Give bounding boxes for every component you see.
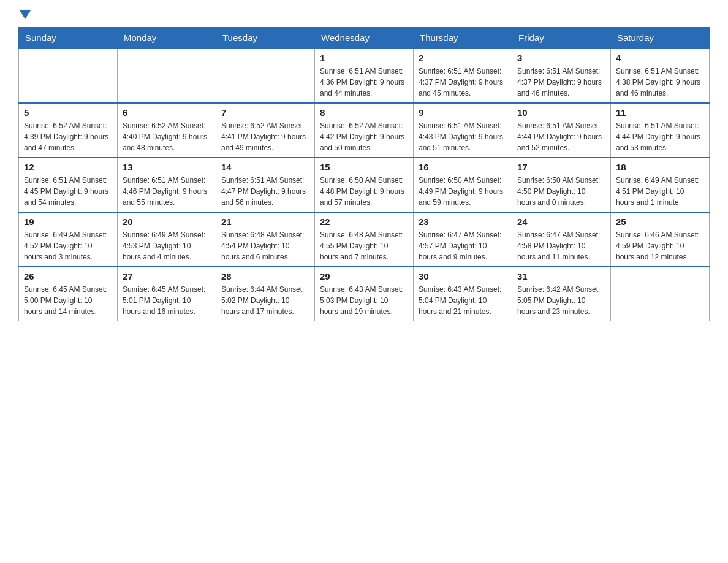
day-number: 30 [419, 271, 507, 282]
calendar-cell: 8Sunrise: 6:52 AM Sunset: 4:42 PM Daylig… [315, 103, 414, 158]
day-info: Sunrise: 6:52 AM Sunset: 4:39 PM Dayligh… [24, 120, 112, 153]
calendar-cell: 1Sunrise: 6:51 AM Sunset: 4:36 PM Daylig… [315, 48, 414, 103]
day-number: 19 [24, 216, 112, 227]
calendar-cell [216, 48, 315, 103]
day-info: Sunrise: 6:52 AM Sunset: 4:42 PM Dayligh… [320, 120, 408, 153]
day-info: Sunrise: 6:49 AM Sunset: 4:53 PM Dayligh… [123, 229, 211, 262]
day-number: 18 [616, 162, 704, 172]
calendar-header-sunday: Sunday [19, 28, 118, 49]
calendar-cell: 16Sunrise: 6:50 AM Sunset: 4:49 PM Dayli… [414, 158, 512, 212]
day-number: 25 [616, 216, 704, 227]
day-info: Sunrise: 6:51 AM Sunset: 4:46 PM Dayligh… [123, 175, 211, 208]
calendar-cell: 25Sunrise: 6:46 AM Sunset: 4:59 PM Dayli… [611, 212, 710, 267]
calendar-cell: 11Sunrise: 6:51 AM Sunset: 4:44 PM Dayli… [611, 103, 710, 158]
day-info: Sunrise: 6:52 AM Sunset: 4:40 PM Dayligh… [123, 120, 211, 153]
day-number: 22 [320, 216, 408, 227]
calendar-cell: 6Sunrise: 6:52 AM Sunset: 4:40 PM Daylig… [118, 103, 216, 158]
day-info: Sunrise: 6:51 AM Sunset: 4:37 PM Dayligh… [419, 66, 507, 99]
calendar-week-row: 26Sunrise: 6:45 AM Sunset: 5:00 PM Dayli… [19, 267, 710, 321]
calendar-cell: 21Sunrise: 6:48 AM Sunset: 4:54 PM Dayli… [216, 212, 315, 267]
day-number: 8 [320, 107, 408, 118]
day-info: Sunrise: 6:51 AM Sunset: 4:38 PM Dayligh… [616, 66, 704, 99]
calendar-cell [19, 48, 118, 103]
day-number: 7 [221, 107, 309, 118]
day-info: Sunrise: 6:51 AM Sunset: 4:44 PM Dayligh… [616, 120, 704, 153]
day-info: Sunrise: 6:51 AM Sunset: 4:44 PM Dayligh… [517, 120, 605, 153]
day-number: 27 [123, 271, 211, 282]
day-number: 3 [517, 53, 605, 63]
day-number: 9 [419, 107, 507, 118]
day-info: Sunrise: 6:52 AM Sunset: 4:41 PM Dayligh… [221, 120, 309, 153]
calendar-header-row: SundayMondayTuesdayWednesdayThursdayFrid… [19, 28, 710, 49]
calendar-cell: 14Sunrise: 6:51 AM Sunset: 4:47 PM Dayli… [216, 158, 315, 212]
day-info: Sunrise: 6:50 AM Sunset: 4:48 PM Dayligh… [320, 175, 408, 208]
logo [18, 12, 31, 21]
day-number: 6 [123, 107, 211, 118]
calendar-week-row: 5Sunrise: 6:52 AM Sunset: 4:39 PM Daylig… [19, 103, 710, 158]
calendar-table: SundayMondayTuesdayWednesdayThursdayFrid… [18, 27, 710, 321]
calendar-cell: 22Sunrise: 6:48 AM Sunset: 4:55 PM Dayli… [315, 212, 414, 267]
calendar-cell: 13Sunrise: 6:51 AM Sunset: 4:46 PM Dayli… [118, 158, 216, 212]
day-info: Sunrise: 6:49 AM Sunset: 4:52 PM Dayligh… [24, 229, 112, 262]
day-info: Sunrise: 6:42 AM Sunset: 5:05 PM Dayligh… [517, 284, 605, 317]
day-number: 20 [123, 216, 211, 227]
day-info: Sunrise: 6:46 AM Sunset: 4:59 PM Dayligh… [616, 229, 704, 262]
day-info: Sunrise: 6:47 AM Sunset: 4:57 PM Dayligh… [419, 229, 507, 262]
calendar-cell: 27Sunrise: 6:45 AM Sunset: 5:01 PM Dayli… [118, 267, 216, 321]
day-info: Sunrise: 6:45 AM Sunset: 5:01 PM Dayligh… [123, 284, 211, 317]
calendar-cell: 3Sunrise: 6:51 AM Sunset: 4:37 PM Daylig… [512, 48, 611, 103]
calendar-cell: 10Sunrise: 6:51 AM Sunset: 4:44 PM Dayli… [512, 103, 611, 158]
day-number: 2 [419, 53, 507, 63]
calendar-cell: 2Sunrise: 6:51 AM Sunset: 4:37 PM Daylig… [414, 48, 512, 103]
day-number: 23 [419, 216, 507, 227]
page-header [18, 12, 710, 21]
day-number: 28 [221, 271, 309, 282]
calendar-header-tuesday: Tuesday [216, 28, 315, 49]
calendar-header-thursday: Thursday [414, 28, 512, 49]
day-number: 17 [517, 162, 605, 172]
calendar-cell [118, 48, 216, 103]
calendar-cell: 4Sunrise: 6:51 AM Sunset: 4:38 PM Daylig… [611, 48, 710, 103]
day-info: Sunrise: 6:45 AM Sunset: 5:00 PM Dayligh… [24, 284, 112, 317]
calendar-cell: 24Sunrise: 6:47 AM Sunset: 4:58 PM Dayli… [512, 212, 611, 267]
day-info: Sunrise: 6:43 AM Sunset: 5:04 PM Dayligh… [419, 284, 507, 317]
calendar-cell: 12Sunrise: 6:51 AM Sunset: 4:45 PM Dayli… [19, 158, 118, 212]
calendar-cell: 20Sunrise: 6:49 AM Sunset: 4:53 PM Dayli… [118, 212, 216, 267]
day-number: 5 [24, 107, 112, 118]
calendar-header-saturday: Saturday [611, 28, 710, 49]
calendar-cell: 31Sunrise: 6:42 AM Sunset: 5:05 PM Dayli… [512, 267, 611, 321]
calendar-cell: 18Sunrise: 6:49 AM Sunset: 4:51 PM Dayli… [611, 158, 710, 212]
day-info: Sunrise: 6:44 AM Sunset: 5:02 PM Dayligh… [221, 284, 309, 317]
calendar-cell: 7Sunrise: 6:52 AM Sunset: 4:41 PM Daylig… [216, 103, 315, 158]
day-info: Sunrise: 6:50 AM Sunset: 4:49 PM Dayligh… [419, 175, 507, 208]
calendar-week-row: 19Sunrise: 6:49 AM Sunset: 4:52 PM Dayli… [19, 212, 710, 267]
day-number: 16 [419, 162, 507, 172]
calendar-cell: 5Sunrise: 6:52 AM Sunset: 4:39 PM Daylig… [19, 103, 118, 158]
calendar-cell: 9Sunrise: 6:51 AM Sunset: 4:43 PM Daylig… [414, 103, 512, 158]
calendar-header-wednesday: Wednesday [315, 28, 414, 49]
calendar-cell: 28Sunrise: 6:44 AM Sunset: 5:02 PM Dayli… [216, 267, 315, 321]
calendar-cell: 15Sunrise: 6:50 AM Sunset: 4:48 PM Dayli… [315, 158, 414, 212]
day-number: 31 [517, 271, 605, 282]
calendar-cell: 30Sunrise: 6:43 AM Sunset: 5:04 PM Dayli… [414, 267, 512, 321]
day-number: 12 [24, 162, 112, 172]
day-info: Sunrise: 6:51 AM Sunset: 4:36 PM Dayligh… [320, 66, 408, 99]
day-info: Sunrise: 6:51 AM Sunset: 4:47 PM Dayligh… [221, 175, 309, 208]
calendar-cell [611, 267, 710, 321]
day-number: 21 [221, 216, 309, 227]
calendar-cell: 23Sunrise: 6:47 AM Sunset: 4:57 PM Dayli… [414, 212, 512, 267]
day-number: 26 [24, 271, 112, 282]
day-number: 14 [221, 162, 309, 172]
day-number: 24 [517, 216, 605, 227]
calendar-cell: 19Sunrise: 6:49 AM Sunset: 4:52 PM Dayli… [19, 212, 118, 267]
calendar-cell: 29Sunrise: 6:43 AM Sunset: 5:03 PM Dayli… [315, 267, 414, 321]
day-info: Sunrise: 6:43 AM Sunset: 5:03 PM Dayligh… [320, 284, 408, 317]
calendar-cell: 26Sunrise: 6:45 AM Sunset: 5:00 PM Dayli… [19, 267, 118, 321]
calendar-week-row: 12Sunrise: 6:51 AM Sunset: 4:45 PM Dayli… [19, 158, 710, 212]
calendar-header-monday: Monday [118, 28, 216, 49]
calendar-cell: 17Sunrise: 6:50 AM Sunset: 4:50 PM Dayli… [512, 158, 611, 212]
day-info: Sunrise: 6:50 AM Sunset: 4:50 PM Dayligh… [517, 175, 605, 208]
logo-triangle-icon [20, 10, 31, 19]
day-info: Sunrise: 6:51 AM Sunset: 4:45 PM Dayligh… [24, 175, 112, 208]
day-info: Sunrise: 6:47 AM Sunset: 4:58 PM Dayligh… [517, 229, 605, 262]
